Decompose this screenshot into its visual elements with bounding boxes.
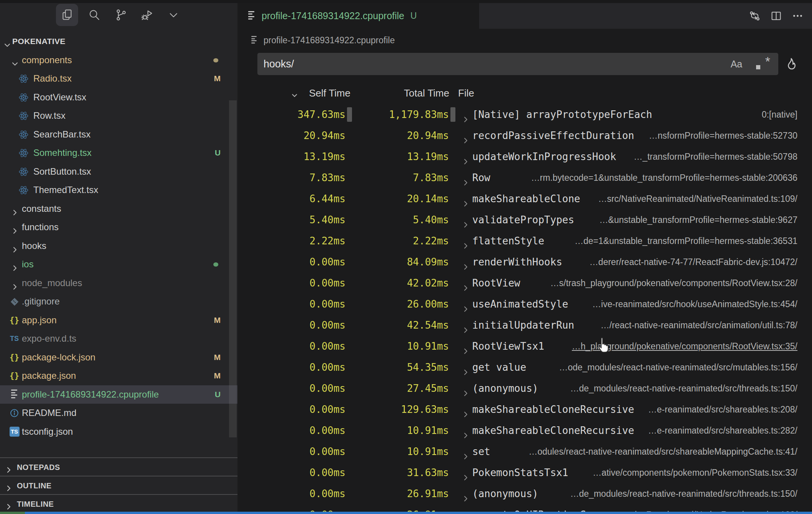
total-time-value: 84.09ms [352,252,449,273]
tree-item-label: Somehting.tsx [33,144,92,162]
total-time-value: 20.14ms [352,188,449,210]
column-header-self-time[interactable]: Self Time [260,87,350,99]
expand-chevron-right-icon[interactable] [462,237,470,245]
explorer-root-pokenative[interactable]: POKENATIVE [0,32,237,51]
more-actions-icon[interactable] [787,5,808,27]
table-row[interactable]: 0.00ms27.45ms(anonymous)…de_modules/reac… [237,378,812,399]
table-row[interactable]: 0.00ms84.09msrenderWithHooks…derer/react… [237,252,812,273]
filter-query-text: hooks/ [264,58,730,70]
table-row[interactable]: 0.00ms10.91msset…odules/react-native-rea… [237,441,812,462]
expand-chevron-right-icon[interactable] [462,195,470,203]
expand-chevron-right-icon[interactable] [462,258,470,266]
tree-file-radio-tsx[interactable]: Radio.tsxM [0,69,237,88]
section-header-notepads[interactable]: NOTEPADS [0,457,237,476]
tree-file-searchbar-tsx[interactable]: SearchBar.tsx [0,125,237,144]
expand-chevron-right-icon[interactable] [462,490,470,498]
table-row[interactable]: 0.00ms10.91msmakeShareableCloneRecursive… [237,420,812,441]
table-row[interactable]: 0.00ms129.63msmakeShareableCloneRecursiv… [237,399,812,420]
flame-graph-icon[interactable] [782,56,799,72]
split-editor-icon[interactable] [765,5,787,27]
table-row[interactable]: 0.00ms54.35msget value…ode_modules/react… [237,357,812,378]
breadcrumb[interactable]: profile-1741689314922.cpuprofile [237,29,812,52]
expand-chevron-right-icon[interactable] [462,363,470,371]
tree-folder-hooks[interactable]: hooks [0,237,237,255]
tree-file--gitignore[interactable]: .gitignore [0,292,237,311]
sidebar-scrollbar[interactable] [229,100,237,437]
match-case-icon[interactable]: Aa [730,59,742,70]
tree-folder-constants[interactable]: constants [0,200,237,218]
tree-file-package-lock-json[interactable]: {}package-lock.jsonM [0,348,237,367]
expand-chevron-right-icon[interactable] [462,153,470,160]
tree-folder-functions[interactable]: functions [0,218,237,237]
tree-folder-node-modules[interactable]: node_modules [0,274,237,293]
table-row[interactable]: 0.00ms26.00msuseAnimatedStyle…ive-reanim… [237,294,812,315]
tree-folder-components[interactable]: components [0,51,237,70]
table-row[interactable]: 347.63ms1,179.83ms[Native] arrayPrototyp… [237,104,812,125]
file-location: …_transformProfile=hermes-stable:50798 [634,146,797,167]
expand-chevron-right-icon[interactable] [462,132,470,139]
source-control-icon[interactable] [110,4,132,26]
function-name: makeShareableCloneRecursive [472,399,634,420]
table-row[interactable]: 13.19ms13.19msupdateWorkInProgressHook…_… [237,146,812,167]
table-row[interactable]: 0.00ms31.63msPokemonStatsTsx1…ative/comp… [237,462,812,483]
tree-file-app-json[interactable]: {}app.jsonM [0,311,237,330]
section-header-outline[interactable]: OUTLINE [0,476,237,494]
tree-file-tsconfig-json[interactable]: TStsconfig.json [0,422,237,441]
table-row[interactable]: 2.22ms2.22msflattenStyle…de=1&unstable_t… [237,231,812,252]
open-changes-icon[interactable] [744,5,765,27]
expand-chevron-right-icon[interactable] [462,342,470,350]
table-row[interactable]: 0.00ms10.91msRootViewTsx1…h_playground/p… [237,336,812,357]
table-row[interactable]: 0.00ms26.91ms(anonymous)…de_modules/reac… [237,483,812,504]
function-name: set [472,441,490,462]
self-time-value: 0.00ms [237,357,345,378]
react-icon [18,185,29,195]
tree-file-row-tsx[interactable]: Row.tsx [0,106,237,125]
tree-file-readme-md[interactable]: README.md [0,404,237,422]
tree-folder-ios[interactable]: ios [0,255,237,274]
table-row[interactable]: 0.00ms42.54msinitialUpdaterRun…/react-na… [237,315,812,336]
expand-chevron-right-icon[interactable] [462,385,470,392]
regex-icon[interactable]: * [755,56,771,72]
tree-file-profile-1741689314922-cpuprofile[interactable]: profile-1741689314922.cpuprofileU [0,385,237,404]
more-views-chevron-icon[interactable] [162,4,185,26]
self-time-value: 7.83ms [237,167,345,188]
self-time-value: 0.00ms [237,420,345,441]
tree-item-label: functions [22,218,59,237]
expand-chevron-right-icon[interactable] [462,111,470,118]
expand-chevron-right-icon[interactable] [462,279,470,287]
expand-chevron-right-icon[interactable] [462,321,470,329]
file-location: …&unstable_transformProfile=hermes-stabl… [599,210,797,231]
tree-file-expo-env-d-ts[interactable]: TSexpo-env.d.ts [0,329,237,348]
tree-item-label: Row.tsx [33,106,65,125]
tree-file-sortbutton-tsx[interactable]: SortButton.tsx [0,162,237,181]
expand-chevron-right-icon[interactable] [462,448,470,455]
tab-cpuprofile[interactable]: profile-1741689314922.cpuprofile U [237,3,479,29]
run-and-debug-icon[interactable] [136,4,158,26]
tree-file-rootview-tsx[interactable]: RootView.tsx [0,88,237,107]
profile-viewer: profile-1741689314922.cpuprofile hooks/ … [237,29,812,514]
table-row[interactable]: 20.94ms20.94msrecordPassiveEffectDuratio… [237,125,812,146]
tree-file-somehting-tsx[interactable]: Somehting.tsxU [0,144,237,162]
table-row[interactable]: 0.00ms42.02msRootView…s/trash_playground… [237,273,812,294]
filter-input[interactable]: hooks/ Aa * [257,53,778,75]
table-row[interactable]: 5.40ms5.40msvalidatePropTypes…&unstable_… [237,210,812,231]
table-row[interactable]: 7.83ms7.83msRow…rm.bytecode=1&unstable_t… [237,167,812,188]
table-row[interactable]: 6.44ms20.14msmakeShareableClone…src/Nati… [237,188,812,210]
section-header-timeline[interactable]: TIMELINE [0,494,237,512]
explorer-icon[interactable] [56,4,78,26]
search-icon[interactable] [83,4,105,26]
expand-chevron-right-icon[interactable] [462,469,470,476]
self-time-value: 2.22ms [237,231,345,252]
expand-chevron-right-icon[interactable] [462,174,470,182]
expand-chevron-right-icon[interactable] [462,427,470,434]
git-status-badge: M [214,69,221,88]
column-header-file[interactable]: File [458,87,474,99]
tree-file-themedtext-tsx[interactable]: ThemedText.tsx [0,181,237,200]
tree-item-label: POKENATIVE [12,32,65,51]
git-status-badge: U [215,144,221,162]
column-header-total-time[interactable]: Total Time [376,87,449,99]
expand-chevron-right-icon[interactable] [462,300,470,308]
tree-file-package-json[interactable]: {}package.jsonM [0,367,237,385]
expand-chevron-right-icon[interactable] [462,216,470,224]
expand-chevron-right-icon[interactable] [462,406,470,413]
